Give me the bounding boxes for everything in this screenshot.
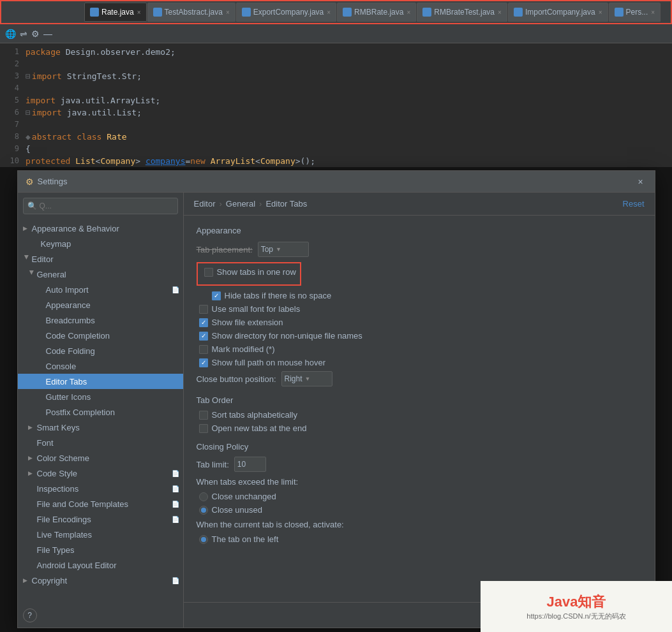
sidebar-item-android-layout-editor[interactable]: ▶ Android Layout Editor xyxy=(18,557,183,573)
show-full-path-checkbox[interactable] xyxy=(199,358,208,367)
help-button[interactable]: ? xyxy=(23,608,37,622)
sidebar-item-console[interactable]: ▶ Console xyxy=(18,358,183,374)
open-new-tabs-label[interactable]: Open new tabs at the end xyxy=(212,423,307,433)
tab-close-icon[interactable]: × xyxy=(327,9,331,16)
sidebar-item-appearance[interactable]: ▶ Appearance xyxy=(18,297,183,312)
sidebar-item-smart-keys[interactable]: ▶ Smart Keys xyxy=(18,420,183,435)
sidebar-item-editor[interactable]: ▶ Editor xyxy=(18,251,183,267)
tab-limit-input[interactable] xyxy=(234,457,266,472)
close-unused-label[interactable]: Close unused xyxy=(212,505,263,515)
show-directory-checkbox[interactable] xyxy=(199,332,208,341)
dialog-title-left: ⚙ Settings xyxy=(26,177,68,187)
sidebar-item-appearance-behavior[interactable]: ▶ Appearance & Behavior xyxy=(18,221,183,236)
sidebar-item-inspections[interactable]: ▶ Inspections 📄 xyxy=(18,481,183,496)
settings-search-box[interactable]: 🔍 xyxy=(23,198,178,214)
code-line: 2 xyxy=(0,58,672,70)
sidebar-label: Editor Tabs xyxy=(46,377,87,386)
tab-on-left-label[interactable]: The tab on the left xyxy=(212,534,279,544)
editor-tab-bar[interactable]: Rate.java × TestAbstract.java × ExportCo… xyxy=(0,0,672,24)
tab-importcompany[interactable]: ImportCompany.java × xyxy=(508,3,608,22)
tab-close-icon[interactable]: × xyxy=(137,9,141,16)
show-tabs-checkbox[interactable] xyxy=(204,268,213,277)
tab-on-left-radio[interactable] xyxy=(199,535,208,544)
tab-close-icon[interactable]: × xyxy=(651,9,655,16)
sort-tabs-checkbox[interactable] xyxy=(199,411,208,420)
sidebar-item-general[interactable]: ▶ General xyxy=(18,267,183,282)
tab-label: RMBRate.java xyxy=(354,8,403,17)
dialog-close-button[interactable]: × xyxy=(634,175,647,188)
sidebar-label: Appearance & Behavior xyxy=(32,224,119,233)
minus-icon[interactable]: — xyxy=(43,29,52,39)
sidebar-item-live-templates[interactable]: ▶ Live Templates xyxy=(18,527,183,542)
indicator-icon: 📄 xyxy=(172,485,179,492)
tab-close-icon[interactable]: × xyxy=(599,9,602,16)
sidebar-item-copyright[interactable]: ▶ Copyright 📄 xyxy=(18,573,183,588)
sidebar-item-breadcrumbs[interactable]: ▶ Breadcrumbs xyxy=(18,312,183,328)
split-icon[interactable]: ⇌ xyxy=(20,29,27,39)
close-unused-radio[interactable] xyxy=(199,506,208,515)
close-button-position-row: Close button position: Right ▼ xyxy=(197,371,642,386)
tab-placement-value: Top xyxy=(261,245,273,254)
close-unchanged-label[interactable]: Close unchanged xyxy=(212,492,276,501)
sidebar-label: File Encodings xyxy=(37,515,91,524)
sidebar-item-file-types[interactable]: ▶ File Types xyxy=(18,542,183,557)
code-editor: Rate.java × TestAbstract.java × ExportCo… xyxy=(0,0,672,169)
sidebar-label: Code Completion xyxy=(46,331,110,341)
open-new-tabs-checkbox[interactable] xyxy=(199,424,208,433)
sidebar-item-file-code-templates[interactable]: ▶ File and Code Templates 📄 xyxy=(18,496,183,511)
tab-rmbrate[interactable]: RMBRate.java × xyxy=(337,3,416,22)
sidebar-item-editor-tabs[interactable]: ▶ Editor Tabs xyxy=(18,374,183,389)
sidebar-label: Code Folding xyxy=(46,346,95,356)
globe-icon[interactable]: 🌐 xyxy=(5,29,16,39)
sidebar-item-file-encodings[interactable]: ▶ File Encodings 📄 xyxy=(18,511,183,527)
close-unchanged-radio[interactable] xyxy=(199,492,208,501)
show-file-ext-checkbox[interactable] xyxy=(199,318,208,327)
breadcrumb-editor-tabs: Editor Tabs xyxy=(265,199,307,209)
sidebar-item-color-scheme[interactable]: ▶ Color Scheme xyxy=(18,450,183,466)
tab-rate-java[interactable]: Rate.java × xyxy=(84,3,147,22)
tab-exportcompany[interactable]: ExportCompany.java × xyxy=(236,3,336,22)
code-line: 5 import java.util.ArrayList; xyxy=(0,94,672,107)
tree-arrow-icon: ▶ xyxy=(24,255,30,263)
mark-modified-checkbox[interactable] xyxy=(199,345,208,354)
sidebar-label: Keymap xyxy=(41,239,71,249)
tab-close-icon[interactable]: × xyxy=(226,9,230,16)
tab-close-icon[interactable]: × xyxy=(498,9,502,16)
dialog-body: 🔍 ▶ Appearance & Behavior ▶ Keymap ▶ Edi xyxy=(18,193,655,628)
open-new-tabs-row: Open new tabs at the end xyxy=(197,423,642,433)
tree-arrow-icon: ▶ xyxy=(23,577,31,584)
sidebar-item-keymap[interactable]: ▶ Keymap xyxy=(18,236,183,251)
show-directory-label[interactable]: Show directory for non-unique file names xyxy=(212,331,362,341)
sidebar-item-code-completion[interactable]: ▶ Code Completion xyxy=(18,328,183,343)
reset-button[interactable]: Reset xyxy=(623,199,645,209)
sidebar-item-postfix-completion[interactable]: ▶ Postfix Completion xyxy=(18,404,183,420)
tab-close-icon[interactable]: × xyxy=(407,9,410,16)
show-tabs-label[interactable]: Show tabs in one row xyxy=(217,267,296,277)
show-file-ext-label[interactable]: Show file extension xyxy=(212,318,283,327)
tab-testabstract[interactable]: TestAbstract.java × xyxy=(147,3,235,22)
tab-pers[interactable]: Pers... × xyxy=(609,3,661,22)
close-btn-position-select[interactable]: Right ▼ xyxy=(281,371,332,386)
show-full-path-label[interactable]: Show full path on mouse hover xyxy=(212,358,326,367)
tab-placement-select[interactable]: Top ▼ xyxy=(258,242,309,257)
sidebar-item-code-folding[interactable]: ▶ Code Folding xyxy=(18,343,183,358)
use-small-font-checkbox[interactable] xyxy=(199,305,208,314)
sort-tabs-label[interactable]: Sort tabs alphabetically xyxy=(212,410,297,420)
close-unchanged-row: Close unchanged xyxy=(197,492,642,501)
breadcrumb-editor: Editor xyxy=(194,199,216,209)
hide-tabs-label[interactable]: Hide tabs if there is no space xyxy=(225,291,332,300)
settings-search-input[interactable] xyxy=(40,202,174,210)
settings-icon[interactable]: ⚙ xyxy=(31,29,40,39)
use-small-font-label[interactable]: Use small font for labels xyxy=(212,304,301,314)
sidebar-item-auto-import[interactable]: ▶ Auto Import 📄 xyxy=(18,282,183,297)
hide-tabs-row: Hide tabs if there is no space xyxy=(197,291,642,300)
hide-tabs-checkbox[interactable] xyxy=(212,291,221,300)
tab-placement-label: Tab placement: xyxy=(197,245,253,254)
code-line: 6 ⊟import java.util.List; xyxy=(0,107,672,119)
sidebar-item-font[interactable]: ▶ Font xyxy=(18,435,183,450)
tab-limit-row: Tab limit: xyxy=(197,457,642,472)
sidebar-item-gutter-icons[interactable]: ▶ Gutter Icons xyxy=(18,389,183,404)
tab-rmbratetest[interactable]: RMBrateTest.java × xyxy=(417,3,507,22)
sidebar-item-code-style[interactable]: ▶ Code Style 📄 xyxy=(18,466,183,481)
mark-modified-label[interactable]: Mark modified (*) xyxy=(212,344,275,354)
